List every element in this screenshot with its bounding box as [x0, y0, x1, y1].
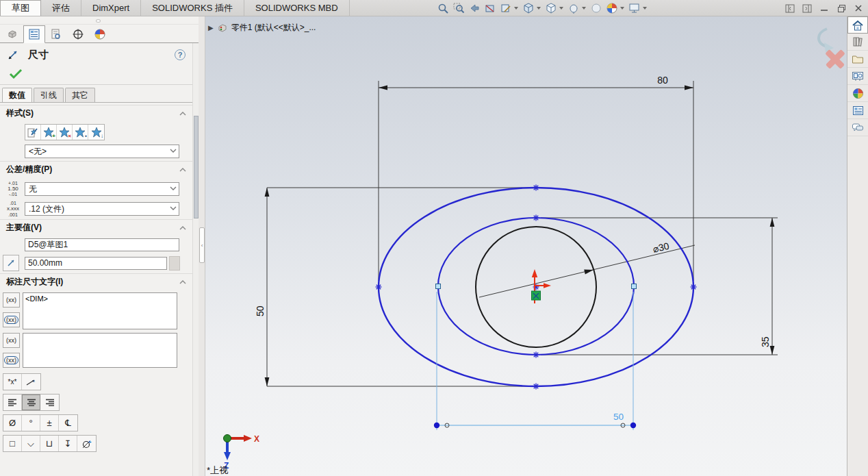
- graphics-area[interactable]: 80 50 35 ⌀30: [205, 16, 847, 476]
- custom-properties-tab[interactable]: [847, 102, 868, 119]
- minimize-icon[interactable]: [819, 3, 830, 14]
- section-header-style[interactable]: 样式(S): [0, 105, 192, 121]
- tab-sw-mbd[interactable]: SOLIDWORKS MBD: [244, 0, 350, 16]
- feature-manager-tab[interactable]: [1, 25, 23, 43]
- sketch-annotation-icon[interactable]: [498, 1, 513, 16]
- display-style-icon[interactable]: [544, 1, 559, 16]
- selected-center-point[interactable]: [532, 291, 541, 300]
- dimension-diameter-30[interactable]: ⌀30: [479, 240, 695, 297]
- toggle-left-pane-icon[interactable]: [784, 3, 795, 14]
- dimension-50-left[interactable]: 50: [255, 188, 269, 386]
- caret-icon[interactable]: [643, 7, 647, 10]
- value-spinner[interactable]: [169, 256, 180, 271]
- plus-minus-symbol-button[interactable]: ±: [40, 415, 59, 431]
- pm-scrollbar[interactable]: [192, 43, 199, 476]
- dim-endpoint[interactable]: [630, 423, 636, 428]
- zoom-to-fit-icon[interactable]: [435, 1, 450, 16]
- countersink-symbol-button[interactable]: ⌵: [22, 436, 40, 451]
- dim-text-below-area[interactable]: [23, 333, 177, 368]
- apply-scene-icon[interactable]: [604, 1, 620, 16]
- splitter-grip[interactable]: ‹: [199, 227, 205, 263]
- panel-top-splitter[interactable]: [0, 16, 199, 25]
- justify-left-button[interactable]: [3, 394, 22, 410]
- style-dropdown[interactable]: <无>: [25, 145, 179, 158]
- dimension-80[interactable]: 80: [379, 75, 693, 90]
- accept-corner-icon[interactable]: [819, 29, 834, 52]
- view-settings-icon[interactable]: [627, 1, 642, 16]
- centerline-symbol-button[interactable]: ℄: [59, 415, 77, 431]
- ellipse-handle[interactable]: [632, 284, 637, 289]
- pm-scrollbar-thumb[interactable]: [194, 116, 199, 218]
- precision-dropdown[interactable]: .12 (文件): [25, 202, 179, 216]
- pm-tab-value[interactable]: 数值: [2, 88, 32, 102]
- justify-right-button[interactable]: [40, 394, 59, 410]
- dim-text-above-area[interactable]: <DIM>: [23, 292, 177, 329]
- view-orientation-icon[interactable]: [521, 1, 536, 16]
- hole-callout-button[interactable]: +: [77, 436, 96, 451]
- justify-center-button[interactable]: [22, 394, 40, 410]
- inspection-dimension-button[interactable]: (xx): [3, 312, 20, 327]
- add-style-button[interactable]: +: [41, 125, 57, 140]
- cancel-corner-icon[interactable]: [825, 49, 845, 69]
- caret-icon[interactable]: [582, 7, 586, 10]
- panel-splitter[interactable]: ‹: [199, 16, 205, 476]
- dimension-value-field[interactable]: [25, 257, 167, 270]
- square-symbol-button[interactable]: □: [3, 436, 22, 451]
- expand-arrow-icon[interactable]: ▶: [208, 24, 214, 32]
- appearances-tab[interactable]: [847, 85, 868, 102]
- section-header-dimension-text[interactable]: 标注尺寸文字(I): [0, 273, 192, 290]
- solidworks-forum-tab[interactable]: [847, 119, 868, 136]
- counterbore-symbol-button[interactable]: ⊔: [40, 436, 59, 451]
- display-manager-tab[interactable]: [89, 25, 111, 43]
- tab-sketch[interactable]: 草图: [0, 0, 41, 16]
- tab-dimxpert[interactable]: DimXpert: [81, 0, 141, 16]
- view-palette-tab[interactable]: [847, 68, 868, 85]
- caret-icon[interactable]: [514, 7, 518, 10]
- load-style-button[interactable]: ↓: [88, 125, 104, 140]
- edit-appearance-icon[interactable]: [589, 1, 604, 16]
- caret-icon[interactable]: [537, 7, 541, 10]
- close-icon[interactable]: [853, 3, 864, 14]
- help-icon[interactable]: ?: [175, 49, 186, 60]
- apply-default-attributes-button[interactable]: [25, 125, 41, 140]
- degree-symbol-button[interactable]: °: [22, 415, 40, 431]
- ok-check-icon[interactable]: [8, 68, 23, 79]
- save-style-button[interactable]: ▪: [73, 125, 88, 140]
- tab-sw-addins[interactable]: SOLIDWORKS 插件: [141, 0, 244, 16]
- dimxpert-manager-tab[interactable]: [67, 25, 89, 43]
- add-parenthesis-button[interactable]: (xx): [3, 292, 20, 308]
- modify-value-button[interactable]: [3, 255, 19, 271]
- section-view-icon[interactable]: [483, 1, 498, 16]
- home-tab[interactable]: [847, 16, 868, 34]
- restore-icon[interactable]: [836, 3, 847, 14]
- ellipse-handle[interactable]: [436, 284, 441, 289]
- tolerance-dropdown[interactable]: 无: [25, 182, 179, 196]
- dimension-35-right[interactable]: 35: [760, 218, 774, 355]
- dimension-50-selected[interactable]: 50: [434, 292, 636, 430]
- tab-evaluate[interactable]: 评估: [41, 0, 81, 16]
- sketch-point-markers[interactable]: [376, 185, 697, 390]
- section-header-primary-value[interactable]: 主要值(V): [0, 219, 192, 236]
- zoom-to-area-icon[interactable]: [451, 1, 466, 16]
- property-manager-tab[interactable]: [23, 25, 45, 43]
- previous-view-icon[interactable]: [467, 1, 482, 16]
- depth-symbol-button[interactable]: ↧: [59, 436, 77, 451]
- inspection-dimension-button[interactable]: (xx): [3, 353, 20, 368]
- delete-style-button[interactable]: ×: [57, 125, 73, 140]
- configuration-manager-tab[interactable]: [45, 25, 67, 43]
- design-library-tab[interactable]: [847, 34, 868, 51]
- caret-icon[interactable]: [559, 7, 563, 10]
- add-parenthesis-button[interactable]: (xx): [3, 333, 20, 348]
- caret-icon[interactable]: [620, 7, 624, 10]
- breadcrumb[interactable]: ▶ 零件1 (默认<<默认>_...: [208, 22, 316, 34]
- pm-tab-other[interactable]: 其它: [65, 88, 95, 102]
- dimension-name-field[interactable]: [25, 238, 179, 251]
- pm-tab-leaders[interactable]: 引线: [34, 88, 64, 102]
- diameter-symbol-button[interactable]: Ø: [3, 415, 22, 431]
- toggle-right-pane-icon[interactable]: [802, 3, 813, 14]
- dim-endpoint[interactable]: [434, 423, 439, 428]
- dim-value-token-button[interactable]: *x*: [3, 374, 22, 390]
- hide-show-items-icon[interactable]: [566, 1, 581, 16]
- file-explorer-tab[interactable]: [847, 51, 868, 68]
- section-header-tolerance[interactable]: 公差/精度(P): [0, 161, 192, 177]
